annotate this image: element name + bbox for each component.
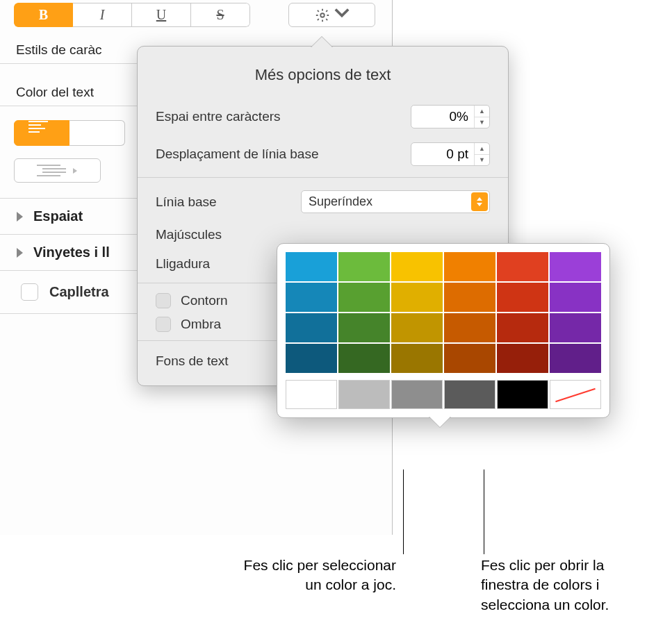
gear-icon (315, 8, 330, 23)
callout-swatch: Fes clic per seleccionar un color a joc. (229, 556, 396, 595)
char-spacing-input[interactable] (411, 109, 474, 124)
color-swatch[interactable] (286, 283, 337, 312)
bold-button[interactable]: B (14, 3, 73, 27)
stepper-arrows-icon[interactable]: ▲▼ (474, 143, 489, 165)
color-swatch[interactable] (391, 344, 443, 373)
color-swatch[interactable] (444, 380, 495, 409)
color-swatch[interactable] (338, 344, 390, 373)
italic-button[interactable]: I (73, 3, 132, 27)
text-bg-label: Fons de text (156, 354, 229, 369)
color-swatch[interactable] (550, 283, 601, 312)
color-swatch[interactable] (497, 252, 548, 281)
baseline-select-value: Superíndex (309, 194, 372, 209)
svg-point-0 (320, 13, 325, 17)
ligature-label: Lligadura (156, 256, 210, 272)
char-spacing-row: Espai entre caràcters ▲▼ (138, 98, 508, 135)
color-swatch[interactable] (338, 283, 390, 312)
indent-button[interactable] (14, 158, 101, 183)
dropcap-checkbox[interactable] (21, 283, 38, 301)
baseline-shift-stepper[interactable]: ▲▼ (411, 142, 490, 166)
grayscale-row (286, 380, 601, 409)
baseline-shift-label: Desplaçament de línia base (156, 147, 318, 162)
color-swatch[interactable] (338, 252, 390, 281)
chevron-down-icon (334, 6, 350, 24)
text-style-segmented: B I U S (14, 3, 250, 27)
color-swatch[interactable] (497, 380, 548, 409)
callout-leader-line (403, 469, 404, 554)
color-swatch[interactable] (550, 252, 601, 281)
stepper-arrows-icon[interactable]: ▲▼ (474, 106, 489, 128)
color-swatch[interactable] (286, 344, 337, 373)
align-left-icon (15, 121, 69, 133)
color-swatch[interactable] (444, 344, 495, 373)
color-swatch[interactable] (497, 283, 548, 312)
baseline-shift-input[interactable] (411, 147, 474, 162)
color-swatch[interactable] (391, 380, 443, 409)
color-swatch[interactable] (338, 380, 390, 409)
strikethrough-button[interactable]: S (191, 3, 250, 27)
color-swatch[interactable] (286, 252, 337, 281)
color-swatch[interactable] (286, 380, 337, 409)
align-next-button[interactable] (69, 120, 125, 146)
color-swatch[interactable] (391, 252, 443, 281)
no-color-swatch[interactable] (550, 380, 601, 409)
caps-label: Majúscules (156, 227, 222, 242)
callout-leader-line (484, 469, 484, 554)
more-options-button[interactable] (288, 3, 375, 27)
color-swatch[interactable] (497, 344, 548, 373)
indent-icon (37, 165, 66, 176)
shadow-checkbox[interactable] (156, 317, 171, 332)
divider (138, 177, 508, 178)
dropcap-label: Caplletra (49, 284, 109, 300)
style-toolbar: B I U S (0, 0, 392, 27)
popover-title: Més opcions de text (138, 47, 508, 98)
disclosure-triangle-icon (17, 248, 23, 258)
color-swatch[interactable] (550, 344, 601, 373)
color-swatch[interactable] (444, 313, 495, 342)
baseline-row: Línia base Superíndex (138, 183, 508, 220)
popover-arrow (429, 416, 451, 427)
color-palette-popover (277, 243, 610, 418)
baseline-label: Línia base (156, 194, 217, 210)
spacing-label: Espaiat (33, 208, 83, 224)
callout-colorwheel: Fes clic per obrir la finestra de colors… (481, 556, 655, 615)
color-swatch[interactable] (550, 313, 601, 342)
baseline-shift-row: Desplaçament de línia base ▲▼ (138, 135, 508, 173)
color-swatch[interactable] (444, 283, 495, 312)
triangle-right-icon (72, 167, 79, 174)
outline-label: Contorn (181, 293, 228, 308)
select-arrows-icon (471, 192, 488, 211)
color-swatch[interactable] (391, 283, 443, 312)
char-spacing-stepper[interactable]: ▲▼ (411, 105, 490, 128)
color-swatch[interactable] (338, 313, 390, 342)
char-spacing-label: Espai entre caràcters (156, 109, 281, 124)
baseline-select[interactable]: Superíndex (301, 190, 490, 213)
color-grid (286, 252, 601, 373)
color-swatch[interactable] (391, 313, 443, 342)
outline-checkbox[interactable] (156, 293, 171, 308)
underline-button[interactable]: U (132, 3, 191, 27)
color-swatch[interactable] (286, 313, 337, 342)
disclosure-triangle-icon (17, 212, 23, 222)
bullets-label: Vinyetes i ll (33, 244, 110, 260)
color-swatch[interactable] (497, 313, 548, 342)
align-left-button[interactable] (14, 120, 69, 146)
color-swatch[interactable] (444, 252, 495, 281)
shadow-label: Ombra (181, 317, 221, 332)
popover-arrow (311, 37, 333, 48)
